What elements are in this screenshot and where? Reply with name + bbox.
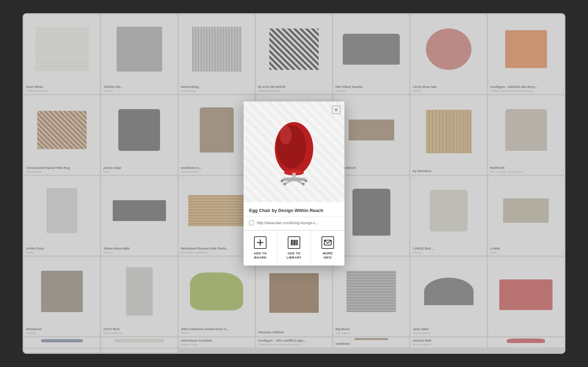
- svg-rect-20: [297, 240, 298, 245]
- svg-rect-19: [296, 240, 297, 245]
- product-image: [266, 117, 322, 187]
- more-info-button[interactable]: MOREINFO: [311, 231, 344, 265]
- svg-rect-17: [293, 240, 294, 245]
- svg-point-10: [281, 180, 284, 182]
- svg-point-2: [280, 126, 292, 145]
- modal-url-area[interactable]: http://www.dwr.com/living-lounge-c...: [244, 217, 344, 230]
- svg-rect-16: [291, 240, 292, 245]
- modal-title-area: Egg Chair by Design Within Reach: [244, 202, 344, 217]
- add-to-library-icon: [288, 236, 300, 249]
- close-button[interactable]: ×: [332, 106, 340, 114]
- add-to-board-icon: [254, 236, 267, 249]
- product-url: http://www.dwr.com/living-lounge-c...: [257, 221, 319, 225]
- svg-point-13: [302, 183, 305, 186]
- add-to-library-button[interactable]: ADD TOLIBRARY: [277, 231, 311, 265]
- product-title: Egg Chair by Design Within Reach: [249, 208, 339, 213]
- svg-rect-18: [294, 240, 295, 245]
- url-icon: [249, 220, 254, 225]
- add-to-board-label: ADD TOBOARD: [254, 252, 267, 260]
- more-info-label: MOREINFO: [323, 252, 333, 260]
- add-to-board-button[interactable]: ADD TOBOARD: [244, 231, 277, 265]
- product-detail-modal: ×: [244, 101, 344, 265]
- modal-actions: ADD TOBOARD ADD TOLIBRARY: [244, 230, 344, 265]
- product-image-area: [244, 101, 344, 202]
- modal-overlay[interactable]: ×: [23, 13, 565, 354]
- svg-point-11: [304, 180, 307, 182]
- svg-point-12: [284, 183, 286, 186]
- more-info-icon: [321, 236, 334, 249]
- main-screen: Pearl White PORCELANOSA TOKEN Sid... TOK…: [23, 13, 565, 354]
- add-to-library-label: ADD TOLIBRARY: [286, 252, 301, 260]
